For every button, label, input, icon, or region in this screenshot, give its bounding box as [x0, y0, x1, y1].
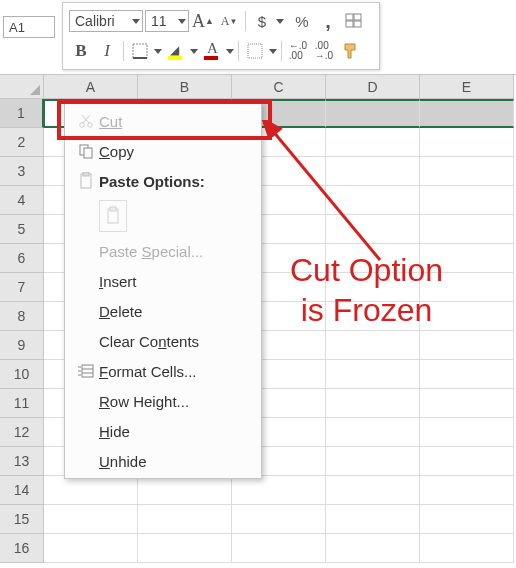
column-header[interactable]: E — [420, 75, 514, 99]
name-box-value: A1 — [9, 20, 25, 35]
separator — [123, 41, 124, 61]
increase-decimal-button[interactable]: ←.0.00 — [286, 39, 310, 63]
svg-rect-17 — [82, 365, 93, 377]
cell[interactable] — [420, 157, 514, 186]
cell[interactable] — [326, 534, 420, 563]
svg-point-8 — [88, 123, 93, 128]
row-header[interactable]: 6 — [0, 244, 44, 273]
row-header[interactable]: 8 — [0, 302, 44, 331]
cell[interactable] — [420, 534, 514, 563]
borders-button[interactable] — [128, 39, 152, 63]
cell[interactable] — [232, 505, 326, 534]
row-header[interactable]: 1 — [0, 99, 44, 128]
percent-button[interactable]: % — [290, 9, 314, 33]
format-cells-icon — [73, 364, 99, 378]
copy-icon — [73, 143, 99, 159]
border-style-button[interactable] — [243, 39, 267, 63]
menu-format-cells[interactable]: Format Cells... — [65, 356, 261, 386]
shrink-font-button[interactable]: A▼ — [217, 9, 241, 33]
conditional-format-icon[interactable] — [342, 9, 366, 33]
chevron-down-icon[interactable] — [269, 49, 277, 54]
cell[interactable] — [44, 505, 138, 534]
menu-row-height[interactable]: Row Height... — [65, 386, 261, 416]
chevron-down-icon[interactable] — [276, 19, 284, 24]
cell[interactable] — [420, 215, 514, 244]
menu-insert[interactable]: Insert — [65, 266, 261, 296]
svg-line-10 — [82, 115, 89, 123]
cell[interactable] — [420, 389, 514, 418]
cell[interactable] — [326, 418, 420, 447]
cell[interactable] — [420, 476, 514, 505]
menu-delete[interactable]: Delete — [65, 296, 261, 326]
svg-rect-14 — [83, 172, 89, 176]
row-header[interactable]: 14 — [0, 476, 44, 505]
row-header[interactable]: 5 — [0, 215, 44, 244]
menu-hide[interactable]: Hide — [65, 416, 261, 446]
menu-unhide[interactable]: Unhide — [65, 446, 261, 476]
name-box[interactable]: A1 — [3, 16, 55, 38]
cell[interactable] — [420, 186, 514, 215]
cell[interactable] — [138, 505, 232, 534]
row-header[interactable]: 7 — [0, 273, 44, 302]
cell[interactable] — [420, 447, 514, 476]
column-header[interactable]: C — [232, 75, 326, 99]
cell[interactable] — [420, 331, 514, 360]
select-all-corner[interactable] — [0, 75, 44, 99]
row-header[interactable]: 11 — [0, 389, 44, 418]
svg-point-7 — [80, 123, 85, 128]
row-header[interactable]: 16 — [0, 534, 44, 563]
cell[interactable] — [326, 331, 420, 360]
decrease-decimal-button[interactable]: .00→.0 — [312, 39, 336, 63]
row-header[interactable]: 3 — [0, 157, 44, 186]
font-name-value: Calibri — [75, 13, 115, 29]
row-header[interactable]: 10 — [0, 360, 44, 389]
cell[interactable] — [326, 128, 420, 157]
italic-button[interactable]: I — [95, 39, 119, 63]
menu-copy[interactable]: Copy — [65, 136, 261, 166]
font-name-combo[interactable]: Calibri — [69, 10, 143, 32]
cell[interactable] — [44, 534, 138, 563]
format-painter-button[interactable] — [338, 39, 362, 63]
svg-line-9 — [83, 115, 90, 123]
cell[interactable] — [138, 534, 232, 563]
cell[interactable] — [326, 186, 420, 215]
fill-color-button[interactable]: ◢ — [164, 39, 188, 63]
cell[interactable] — [44, 476, 138, 505]
font-color-button[interactable]: A — [200, 39, 224, 63]
cell[interactable] — [326, 157, 420, 186]
context-menu: Cut Copy Paste Options: Paste Special...… — [64, 103, 262, 479]
bold-button[interactable]: B — [69, 39, 93, 63]
chevron-down-icon[interactable] — [226, 49, 234, 54]
row-header[interactable]: 13 — [0, 447, 44, 476]
cell[interactable] — [420, 360, 514, 389]
cell[interactable] — [232, 534, 326, 563]
row-header[interactable]: 15 — [0, 505, 44, 534]
cell[interactable] — [420, 128, 514, 157]
cell[interactable] — [326, 476, 420, 505]
cell[interactable] — [326, 389, 420, 418]
column-header[interactable]: A — [44, 75, 138, 99]
chevron-down-icon[interactable] — [154, 49, 162, 54]
column-header[interactable]: D — [326, 75, 420, 99]
cell[interactable] — [138, 476, 232, 505]
row-header[interactable]: 9 — [0, 331, 44, 360]
comma-style-button[interactable]: , — [316, 9, 340, 33]
cell[interactable] — [326, 99, 420, 128]
cell[interactable] — [420, 99, 514, 128]
row-header[interactable]: 4 — [0, 186, 44, 215]
currency-button[interactable]: $ — [250, 9, 274, 33]
row-header[interactable]: 12 — [0, 418, 44, 447]
cell[interactable] — [420, 418, 514, 447]
cell[interactable] — [232, 476, 326, 505]
font-size-combo[interactable]: 11 — [145, 10, 189, 32]
row-header[interactable]: 2 — [0, 128, 44, 157]
chevron-down-icon[interactable] — [190, 49, 198, 54]
grow-font-button[interactable]: A▲ — [191, 9, 215, 33]
menu-clear-contents[interactable]: Clear Contents — [65, 326, 261, 356]
cell[interactable] — [326, 447, 420, 476]
cell[interactable] — [326, 360, 420, 389]
cell[interactable] — [420, 505, 514, 534]
cell[interactable] — [326, 505, 420, 534]
cell[interactable] — [326, 215, 420, 244]
column-header[interactable]: B — [138, 75, 232, 99]
